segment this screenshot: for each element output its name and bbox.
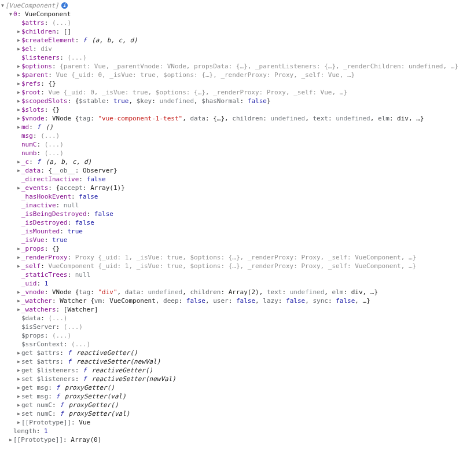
expand-arrow-right-icon[interactable]: [8, 435, 13, 444]
tree-row[interactable]: $slots: {}: [0, 105, 463, 114]
expand-arrow-right-icon[interactable]: [16, 409, 21, 418]
expand-arrow-right-icon[interactable]: [16, 166, 21, 175]
text-segment: : {…},: [205, 115, 232, 122]
expand-arrow-right-icon[interactable]: [16, 88, 21, 97]
expand-arrow-right-icon[interactable]: [16, 123, 21, 131]
expand-arrow-down-icon[interactable]: [8, 10, 13, 19]
expand-arrow-right-icon[interactable]: [16, 288, 21, 296]
tree-row[interactable]: _renderProxy: Proxy {_uid: 1, _isVue: tr…: [0, 253, 463, 262]
expand-arrow-right-icon[interactable]: [16, 401, 21, 409]
text-segment: :: [17, 10, 25, 18]
text-segment: get msg: [21, 384, 48, 391]
tree-row[interactable]: _events: {accept: Array(1)}: [0, 184, 463, 192]
tree-row: $attrs: (...): [0, 19, 463, 27]
text-segment: :: [64, 340, 71, 348]
tree-row[interactable]: _watcher: Watcher {vm: VueComponent, dee…: [0, 296, 463, 305]
expand-arrow-right-icon[interactable]: [16, 97, 21, 105]
row-content: msg: (...): [21, 131, 60, 140]
row-content: get $listeners: f reactiveGetter(): [21, 366, 153, 375]
tree-row[interactable]: get numC: f proxyGetter(): [0, 401, 463, 409]
tree-row[interactable]: md: f (): [0, 123, 463, 131]
text-segment: (): [42, 123, 53, 131]
text-segment: ,: [117, 288, 125, 296]
text-segment: $vnode: [21, 115, 45, 122]
text-segment: :: [45, 106, 52, 113]
row-content: $scopedSlots: {$stable: true, $key: unde…: [21, 97, 271, 105]
tree-row[interactable]: set $listeners: f reactiveSetter(newVal): [0, 375, 463, 383]
row-content: _vnode: VNode {tag: "div", data: undefin…: [21, 288, 378, 296]
tree-row[interactable]: $parent: Vue {_uid: 0, _isVue: true, $op…: [0, 71, 463, 79]
expand-arrow-right-icon[interactable]: [16, 296, 21, 305]
expand-arrow-right-icon[interactable]: [16, 383, 21, 392]
tree-row[interactable]: [[Prototype]]: Array(0): [0, 435, 463, 444]
expand-arrow-right-icon[interactable]: [16, 357, 21, 366]
tree-row[interactable]: set msg: f proxySetter(val): [0, 392, 463, 401]
text-segment: $children: [21, 28, 56, 35]
tree-row[interactable]: $children: []: [0, 27, 463, 36]
text-segment: : Array(2),: [221, 288, 266, 296]
tree-row[interactable]: $root: Vue {_uid: 0, _isVue: true, $opti…: [0, 88, 463, 97]
expand-arrow-right-icon[interactable]: [16, 62, 21, 71]
text-segment: $attrs: [21, 19, 45, 27]
tree-row[interactable]: 0: VueComponent: [0, 10, 463, 19]
text-segment: null: [75, 271, 91, 279]
tree-row[interactable]: _vnode: VNode {tag: "div", data: undefin…: [0, 288, 463, 296]
text-segment: get numC: [21, 401, 52, 409]
expand-arrow-right-icon[interactable]: [16, 158, 21, 166]
tree-row[interactable]: get $listeners: f reactiveGetter(): [0, 366, 463, 375]
tree-row[interactable]: _data: {__ob__: Observer}: [0, 166, 463, 175]
tree-row[interactable]: [VueComponent]i: [0, 1, 463, 10]
row-content: $vnode: VNode {tag: "vue-component-1-tes…: [21, 114, 424, 123]
expand-arrow-right-icon[interactable]: [16, 375, 21, 383]
tree-row[interactable]: _watchers: [Watcher]: [0, 305, 463, 314]
expand-arrow-right-icon[interactable]: [16, 114, 21, 123]
expand-arrow-right-icon[interactable]: [16, 105, 21, 114]
expand-arrow-right-icon[interactable]: [16, 244, 21, 253]
tree-row[interactable]: [[Prototype]]: Vue: [0, 418, 463, 427]
text-segment: $props: [21, 332, 45, 339]
tree-row[interactable]: _props: {}: [0, 244, 463, 253]
tree-row[interactable]: get msg: f proxyGetter(): [0, 383, 463, 392]
tree-row[interactable]: $refs: {}: [0, 79, 463, 88]
row-content: _watchers: [Watcher]: [21, 305, 98, 314]
expand-arrow-right-icon[interactable]: [16, 45, 21, 53]
expand-arrow-right-icon[interactable]: [16, 366, 21, 375]
text-segment: f: [60, 401, 64, 409]
expand-arrow-right-icon[interactable]: [16, 253, 21, 262]
text-segment: :: [52, 401, 60, 409]
text-segment: :: [263, 115, 270, 122]
text-segment: (...): [45, 141, 64, 148]
expand-arrow-right-icon[interactable]: [16, 305, 21, 314]
row-content: $root: Vue {_uid: 0, _isVue: true, $opti…: [21, 88, 347, 97]
expand-arrow-right-icon[interactable]: [16, 71, 21, 79]
text-segment: :: [52, 63, 60, 70]
text-segment: f: [37, 123, 41, 131]
text-segment: :: [33, 45, 41, 53]
row-content: [[Prototype]]: Array(0): [13, 435, 101, 444]
expand-arrow-right-icon[interactable]: [16, 392, 21, 401]
tree-row[interactable]: set numC: f proxySetter(val): [0, 409, 463, 418]
tree-row[interactable]: $options: {parent: Vue, _parentVnode: VN…: [0, 62, 463, 71]
tree-row[interactable]: get $attrs: f reactiveGetter(): [0, 349, 463, 357]
expand-arrow-right-icon[interactable]: [16, 349, 21, 357]
expand-arrow-right-icon[interactable]: [16, 36, 21, 45]
tree-row: numC: (...): [0, 140, 463, 149]
row-content: _renderProxy: Proxy {_uid: 1, _isVue: tr…: [21, 253, 416, 262]
expand-arrow-down-icon[interactable]: [0, 1, 5, 10]
tree-row[interactable]: $vnode: VNode {tag: "vue-component-1-tes…: [0, 114, 463, 123]
text-segment: _inactive: [21, 202, 56, 209]
expand-arrow-right-icon[interactable]: [16, 418, 21, 427]
expand-arrow-right-icon[interactable]: [16, 79, 21, 88]
expand-arrow-right-icon[interactable]: [16, 27, 21, 36]
tree-row[interactable]: _c: f (a, b, c, d): [0, 158, 463, 166]
text-segment: , …}: [355, 297, 370, 305]
expand-arrow-right-icon[interactable]: [16, 184, 21, 192]
info-icon[interactable]: i: [61, 2, 68, 9]
tree-row[interactable]: $scopedSlots: {$stable: true, $key: unde…: [0, 97, 463, 105]
text-segment: (...): [48, 314, 67, 322]
tree-row[interactable]: _self: VueComponent {_uid: 1, _isVue: tr…: [0, 262, 463, 270]
tree-row[interactable]: $el: div: [0, 45, 463, 53]
tree-row[interactable]: set $attrs: f reactiveSetter(newVal): [0, 357, 463, 366]
tree-row[interactable]: $createElement: f (a, b, c, d): [0, 36, 463, 45]
expand-arrow-right-icon[interactable]: [16, 262, 21, 270]
